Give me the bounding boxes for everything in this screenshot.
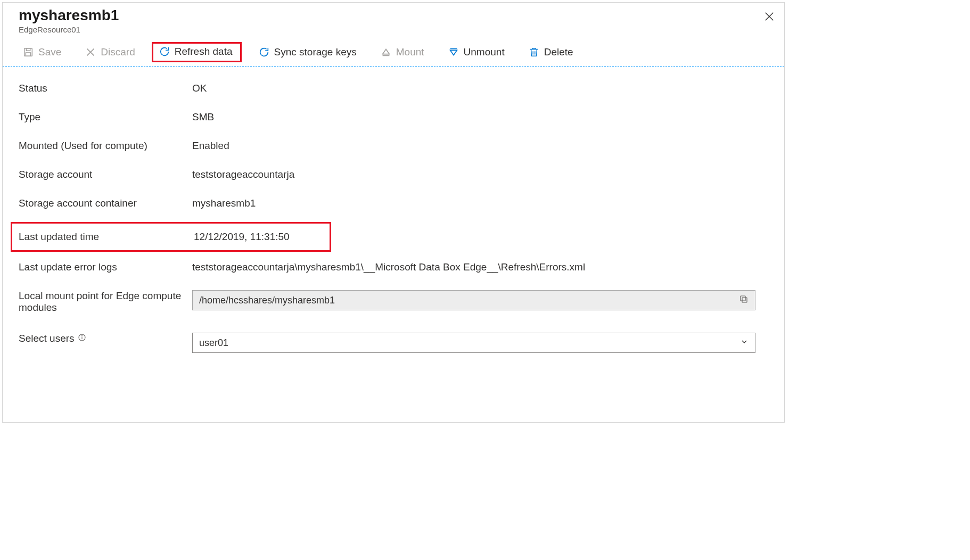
label-mount-point: Local mount point for Edge compute modul… [19,290,192,314]
page-title: mysharesmb1 [19,7,768,24]
sync-icon [258,46,270,58]
svg-point-11 [81,335,82,336]
unmount-icon [448,46,459,58]
close-icon [763,11,775,22]
delete-button[interactable]: Delete [521,42,580,63]
row-storage-account: Storage account teststorageaccountarja [19,169,768,180]
value-last-updated: 12/12/2019, 11:31:50 [194,231,330,243]
delete-icon [528,46,540,58]
chevron-down-icon [740,337,749,349]
label-error-logs: Last update error logs [19,261,192,273]
label-last-updated: Last updated time [19,231,194,243]
mount-label: Mount [396,46,424,58]
command-bar: Save Discard Refresh data Sync storage k… [3,42,784,67]
share-details-panel: mysharesmb1 EdgeResource01 Save Discard … [2,2,785,423]
row-select-users: Select users user01 [19,333,768,353]
select-users-wrap: user01 [192,333,768,353]
value-type: SMB [192,111,768,123]
value-storage-account: teststorageaccountarja [192,169,768,180]
unmount-label: Unmount [464,46,505,58]
svg-rect-2 [26,53,30,56]
mount-point-field: /home/hcsshares/mysharesmb1 [192,290,755,310]
label-storage-account: Storage account [19,169,192,180]
row-last-updated: Last updated time 12/12/2019, 11:31:50 [11,222,331,252]
discard-button[interactable]: Discard [78,42,142,63]
delete-label: Delete [544,46,573,58]
value-error-logs: teststorageaccountarja\mysharesmb1\__Mic… [192,261,768,273]
details-content: Status OK Type SMB Mounted (Used for com… [3,67,784,353]
refresh-icon [159,46,170,57]
resource-subtitle: EdgeResource01 [19,25,768,34]
value-status: OK [192,83,768,94]
unmount-button[interactable]: Unmount [441,42,512,63]
svg-rect-7 [742,298,747,302]
mount-button[interactable]: Mount [373,42,431,63]
row-status: Status OK [19,83,768,94]
row-container: Storage account container mysharesmb1 [19,197,768,209]
save-label: Save [38,46,61,58]
mount-point-text: /home/hcsshares/mysharesmb1 [199,295,335,306]
sync-label: Sync storage keys [274,46,357,58]
row-mount-point: Local mount point for Edge compute modul… [19,290,768,314]
value-mounted: Enabled [192,140,768,152]
label-status: Status [19,83,192,94]
label-mounted: Mounted (Used for compute) [19,140,192,152]
mount-icon [380,46,392,58]
refresh-data-button[interactable]: Refresh data [152,42,242,62]
svg-rect-8 [741,296,745,301]
panel-header: mysharesmb1 EdgeResource01 [3,3,784,34]
select-users-dropdown[interactable]: user01 [192,333,755,353]
refresh-label: Refresh data [175,46,233,57]
close-button[interactable] [762,9,777,24]
save-button[interactable]: Save [15,42,68,63]
copy-button[interactable] [739,294,749,307]
row-error-logs: Last update error logs teststorageaccoun… [19,261,768,273]
save-icon [22,46,34,58]
label-type: Type [19,111,192,123]
select-users-text: Select users [19,333,75,344]
selected-user: user01 [199,337,228,349]
svg-rect-1 [26,48,30,51]
label-container: Storage account container [19,197,192,209]
discard-icon [85,46,96,58]
info-icon[interactable] [78,333,86,344]
value-container: mysharesmb1 [192,197,768,209]
sync-storage-keys-button[interactable]: Sync storage keys [251,42,364,63]
value-mount-point-wrap: /home/hcsshares/mysharesmb1 [192,290,768,310]
label-select-users: Select users [19,333,192,344]
row-type: Type SMB [19,111,768,123]
discard-label: Discard [101,46,135,58]
row-mounted: Mounted (Used for compute) Enabled [19,140,768,152]
